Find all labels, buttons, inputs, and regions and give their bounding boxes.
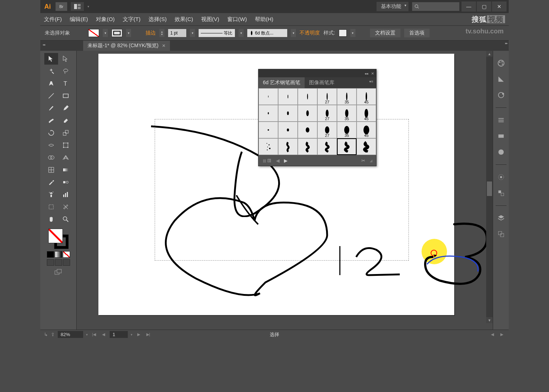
- brush-swatch[interactable]: 45: [357, 122, 376, 138]
- menu-window[interactable]: 窗口(W): [227, 16, 247, 23]
- vertical-scrollbar[interactable]: ▲ ▼: [486, 51, 493, 323]
- eraser-tool[interactable]: [59, 115, 73, 126]
- scroll-down-icon[interactable]: ▼: [486, 317, 493, 323]
- hscroll-left[interactable]: ◀: [489, 331, 496, 338]
- width-tool[interactable]: [44, 139, 58, 151]
- help-search-input[interactable]: [412, 2, 459, 11]
- next-lib-icon[interactable]: ▶: [284, 158, 288, 163]
- brush-swatch[interactable]: [298, 138, 317, 155]
- brush-swatch[interactable]: [278, 105, 298, 122]
- fill-dropdown[interactable]: ▾: [103, 29, 108, 37]
- column-graph-tool[interactable]: [59, 189, 73, 200]
- graphic-styles-panel-icon[interactable]: [496, 188, 506, 198]
- gradient-mode-button[interactable]: [55, 251, 62, 258]
- pen-tool[interactable]: [44, 78, 58, 89]
- color-panel-icon[interactable]: [496, 58, 506, 68]
- draw-inside-button[interactable]: [63, 259, 70, 266]
- artboard-tool[interactable]: [44, 201, 58, 213]
- preferences-button[interactable]: 首选项: [404, 29, 430, 37]
- scroll-thumb[interactable]: [487, 181, 492, 196]
- menu-type[interactable]: 文字(T): [123, 16, 141, 23]
- brush-swatch[interactable]: [278, 122, 298, 138]
- stroke-swatch[interactable]: [111, 29, 122, 37]
- brush-swatch[interactable]: 45: [357, 88, 376, 105]
- brush-definition-field[interactable]: 6d 散点...: [247, 29, 287, 37]
- menu-view[interactable]: 视图(V): [201, 16, 219, 23]
- brush-swatch[interactable]: [317, 138, 337, 155]
- stroke-dropdown[interactable]: ▾: [126, 29, 131, 37]
- line-tool[interactable]: [44, 90, 58, 102]
- eyedropper-tool[interactable]: [44, 176, 58, 188]
- kuler-panel-icon[interactable]: [496, 90, 506, 100]
- brush-swatch[interactable]: [298, 88, 317, 105]
- style-swatch[interactable]: [339, 29, 347, 37]
- shape-builder-tool[interactable]: [44, 152, 58, 163]
- color-guide-panel-icon[interactable]: [496, 74, 506, 84]
- color-mode-button[interactable]: [47, 251, 54, 258]
- blend-tool[interactable]: [59, 176, 73, 188]
- stroke-panel-icon[interactable]: [496, 115, 506, 125]
- selection-tool[interactable]: [44, 53, 58, 65]
- layers-panel-icon[interactable]: [496, 213, 506, 223]
- menu-help[interactable]: 帮助(H): [255, 16, 273, 23]
- hscroll-right[interactable]: ▶: [499, 331, 505, 338]
- first-artboard-button[interactable]: |◀: [91, 331, 97, 338]
- brush-library-panel[interactable]: ◂◂ ✕ 6d 艺术钢笔画笔 图像画笔库 ▾≡ 27 35 45: [258, 69, 377, 166]
- brush-swatch[interactable]: 35: [337, 105, 357, 122]
- brush-swatch[interactable]: [298, 122, 317, 138]
- stroke-weight-dropdown[interactable]: ▾: [190, 29, 195, 37]
- brush-swatch[interactable]: [357, 138, 376, 155]
- libraries-icon[interactable]: ⫼⧈: [262, 158, 272, 163]
- export-icon[interactable]: ↳: [44, 332, 48, 337]
- zoom-tool[interactable]: [59, 213, 73, 225]
- brush-swatch[interactable]: 35: [337, 88, 357, 105]
- panel-resize-icon[interactable]: ◢: [370, 159, 373, 163]
- brush-swatch[interactable]: [259, 105, 278, 122]
- magic-wand-tool[interactable]: [44, 65, 58, 77]
- panel-collapse-icon[interactable]: ◂◂: [365, 72, 368, 75]
- share-icon[interactable]: ⇪: [51, 332, 55, 337]
- brush-swatch[interactable]: [259, 122, 278, 138]
- minimize-button[interactable]: —: [461, 1, 476, 12]
- symbol-sprayer-tool[interactable]: [44, 189, 58, 200]
- prev-lib-icon[interactable]: ◀: [276, 158, 280, 163]
- blob-brush-tool[interactable]: [44, 115, 58, 126]
- perspective-grid-tool[interactable]: [59, 152, 73, 163]
- panel-collapse-right[interactable]: ▸▸: [505, 41, 507, 45]
- gradient-tool[interactable]: [59, 164, 73, 176]
- type-tool[interactable]: T: [59, 78, 73, 89]
- close-button[interactable]: ✕: [492, 1, 507, 12]
- bridge-button[interactable]: Br: [56, 2, 67, 11]
- draw-normal-button[interactable]: [47, 259, 54, 266]
- variable-width-profile[interactable]: 等比: [199, 29, 235, 37]
- opacity-label[interactable]: 不透明度: [300, 30, 320, 36]
- canvas-area[interactable]: ➤ ◂◂ ✕ 6d 艺术钢笔画笔 图像画笔库 ▾≡ 27: [77, 51, 493, 330]
- screen-mode-button[interactable]: [54, 269, 63, 278]
- scissors-icon[interactable]: ✂: [361, 158, 365, 163]
- appearance-panel-icon[interactable]: [496, 172, 506, 182]
- brush-swatch[interactable]: 27: [317, 88, 337, 105]
- brush-swatch[interactable]: [278, 138, 298, 155]
- workspace-dropdown[interactable]: 基本功能: [377, 2, 408, 11]
- pencil-tool[interactable]: [59, 102, 73, 114]
- artboard-number-field[interactable]: 1: [110, 331, 128, 338]
- draw-behind-button[interactable]: [55, 259, 62, 266]
- panel-close-icon[interactable]: ✕: [371, 72, 374, 75]
- panel-menu-icon[interactable]: ▾≡: [366, 77, 376, 88]
- transparency-panel-icon[interactable]: [496, 147, 506, 157]
- rotate-tool[interactable]: [44, 127, 58, 139]
- zoom-field[interactable]: 82%: [58, 331, 83, 338]
- menu-select[interactable]: 选择(S): [149, 16, 167, 23]
- last-artboard-button[interactable]: ▶|: [145, 331, 151, 338]
- menu-object[interactable]: 对象(O): [96, 16, 115, 23]
- brush-swatch-selected[interactable]: [337, 138, 357, 155]
- lasso-tool[interactable]: [59, 65, 73, 77]
- brush-swatch[interactable]: 35: [337, 122, 357, 138]
- scale-tool[interactable]: [59, 127, 73, 139]
- brush-swatch[interactable]: 27: [317, 122, 337, 138]
- brush-swatch[interactable]: [278, 88, 298, 105]
- hand-tool[interactable]: [44, 213, 58, 225]
- brush-tab-6d[interactable]: 6d 艺术钢笔画笔: [259, 77, 305, 88]
- mesh-tool[interactable]: [44, 164, 58, 176]
- fill-swatch[interactable]: [88, 29, 99, 37]
